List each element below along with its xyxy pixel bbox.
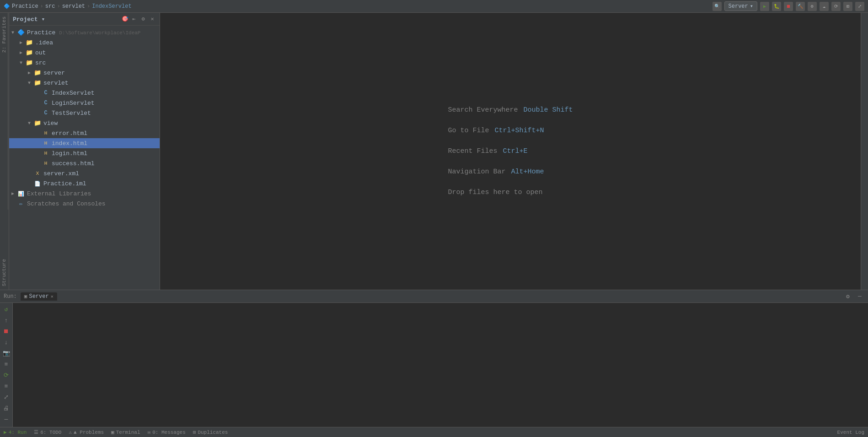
java-indexservlet-icon: C — [42, 89, 49, 97]
favorites-label[interactable]: 2: Favorites — [0, 13, 8, 56]
debug-button[interactable]: 🐛 — [772, 2, 781, 11]
collapse-all-icon[interactable]: ⇤ — [130, 16, 138, 23]
project-panel: Project ▾ 🎯 ⇤ ⚙ ✕ ▼ 🔷 Practice D:\Softwa… — [9, 13, 160, 290]
status-tab-todo[interactable]: ☰ 6: TODO — [34, 429, 61, 435]
tree-item-login-html[interactable]: H login.html — [9, 148, 160, 158]
breadcrumb-practice[interactable]: Practice — [12, 3, 38, 10]
scratches-icon: ✏ — [17, 200, 25, 207]
git-icon[interactable]: ☁ — [820, 2, 829, 11]
sidebar-item-structure[interactable]: Structure — [0, 255, 9, 290]
trash-icon[interactable]: — — [2, 415, 11, 424]
bottom-status-bar: ▶ 4: Run ☰ 6: TODO ⚠ ▲ Problems ▣ Termin… — [0, 427, 868, 437]
tree-item-practice-iml[interactable]: 📄 Practice.iml — [9, 178, 160, 189]
tree-item-indexservlet[interactable]: C IndexServlet — [9, 88, 160, 98]
tree-item-server-folder[interactable]: ▶ 📁 server — [9, 68, 160, 78]
run-minimize-icon[interactable]: — — [855, 292, 864, 301]
rerun-icon[interactable]: ↺ — [2, 305, 11, 314]
tree-item-src[interactable]: ▼ 📁 src — [9, 58, 160, 68]
stop-run-icon[interactable]: ⏹ — [2, 327, 11, 336]
right-strip — [861, 13, 868, 290]
status-tab-run[interactable]: ▶ 4: Run — [4, 429, 27, 435]
breadcrumb-servlet[interactable]: servlet — [62, 3, 85, 10]
hint-search-everywhere: Search Everywhere Double Shift — [448, 106, 573, 114]
hint-key-goto: Ctrl+Shift+N — [494, 127, 544, 135]
iml-practice-icon: 📄 — [34, 180, 41, 187]
tree-label-external-libs: External Libraries — [27, 190, 91, 197]
arrow-external-libs: ▶ — [9, 191, 16, 196]
run-settings-icon[interactable]: ⚙ — [843, 292, 852, 301]
hint-key-recent: Ctrl+E — [503, 147, 528, 155]
server-tab-close-icon[interactable]: ✕ — [51, 294, 54, 299]
tree-label-out: out — [35, 49, 46, 56]
html-success-icon: H — [42, 160, 49, 167]
status-tab-duplicates[interactable]: ⊞ Duplicates — [193, 429, 228, 435]
tree-item-index-html[interactable]: H index.html — [9, 138, 160, 148]
tree-item-success-html[interactable]: H success.html — [9, 158, 160, 168]
breadcrumb-icon: 🔷 — [4, 3, 10, 9]
arrow-server-folder: ▶ — [26, 70, 33, 76]
run-button[interactable]: ▶ — [760, 2, 769, 11]
project-settings-icon[interactable]: ⚙ — [139, 16, 147, 23]
status-tab-messages[interactable]: ✉ 0: Messages — [148, 429, 186, 435]
tree-label-success-html: success.html — [52, 160, 95, 167]
terminal-tab-label: Terminal — [116, 430, 140, 435]
run-content: ↺ ↑ ⏹ ↓ 📷 ≡ ⟳ ≡ ⤢ 🖨 — — [0, 303, 868, 427]
messages-tab-label: 0: Messages — [152, 430, 186, 435]
search-icon[interactable]: 🔍 — [713, 2, 722, 11]
messages-tab-icon: ✉ — [148, 429, 151, 435]
build-icon[interactable]: 🔨 — [796, 2, 805, 11]
tree-item-error-html[interactable]: H error.html — [9, 128, 160, 138]
run-tab-icon: ▶ — [4, 429, 7, 435]
left-side-strip: 2: Favorites — [0, 13, 8, 210]
locate-icon[interactable]: 🎯 — [121, 16, 129, 23]
folder-servlet-icon: 📁 — [34, 79, 41, 86]
refresh-icon[interactable]: ⟳ — [2, 371, 11, 380]
status-tab-terminal[interactable]: ▣ Terminal — [111, 429, 140, 435]
hint-go-to-file: Go to File Ctrl+Shift+N — [448, 127, 573, 135]
tree-item-scratches[interactable]: ✏ Scratches and Consoles — [9, 199, 160, 209]
fold-icon[interactable]: ≡ — [2, 360, 11, 369]
tree-label-login-html: login.html — [52, 150, 87, 157]
snapshot-icon[interactable]: 📷 — [2, 349, 11, 358]
tree-item-practice[interactable]: ▼ 🔷 Practice D:\Software\Workplace\IdeaP — [9, 27, 160, 38]
update-icon[interactable]: ⟳ — [831, 2, 841, 11]
settings-gear-icon[interactable]: ⚙ — [808, 2, 817, 11]
tree-label-practice-iml: Practice.iml — [43, 180, 86, 187]
tree-item-server-xml[interactable]: X server.xml — [9, 168, 160, 178]
file-tree: ▼ 🔷 Practice D:\Software\Workplace\IdeaP… — [9, 26, 160, 290]
maximize-icon[interactable]: ⤢ — [855, 2, 864, 11]
tree-item-external-libs[interactable]: ▶ 📊 External Libraries — [9, 189, 160, 199]
tree-item-testservlet[interactable]: C TestServlet — [9, 108, 160, 118]
down-icon[interactable]: ↓ — [2, 338, 11, 347]
tree-label-src: src — [35, 59, 46, 66]
tree-item-out[interactable]: ▶ 📁 out — [9, 48, 160, 58]
expand-icon[interactable]: ⤢ — [2, 393, 11, 402]
tree-label-error-html: error.html — [52, 130, 87, 137]
hint-key-navbar: Alt+Home — [511, 168, 544, 176]
arrow-servlet-folder: ▼ — [26, 81, 33, 86]
breadcrumb-src[interactable]: src — [45, 3, 55, 10]
print-icon[interactable]: 🖨 — [2, 404, 11, 413]
status-tab-problems[interactable]: ⚠ ▲ Problems — [69, 429, 104, 435]
tree-item-idea[interactable]: ▶ 📁 .idea — [9, 38, 160, 48]
bottom-panel: Run: ▣ Server ✕ ⚙ — ↺ ↑ ⏹ ↓ 📷 ≡ ⟳ ≡ ⤢ 🖨 … — [0, 290, 868, 427]
arrow-out: ▶ — [17, 50, 25, 55]
hint-recent-files: Recent Files Ctrl+E — [448, 147, 573, 155]
breadcrumb-indexservlet[interactable]: IndexServlet — [92, 3, 131, 10]
top-bar: 🔷 Practice › src › servlet › IndexServle… — [0, 0, 868, 13]
filter-icon[interactable]: ≡ — [2, 382, 11, 391]
run-server-tab[interactable]: ▣ Server ✕ — [21, 292, 57, 301]
java-testservlet-icon: C — [42, 109, 49, 117]
panel-close-icon[interactable]: ✕ — [149, 16, 156, 23]
layout-icon[interactable]: ⊞ — [843, 2, 852, 11]
tree-item-servlet-folder[interactable]: ▼ 📁 servlet — [9, 78, 160, 88]
extlibs-icon: 📊 — [17, 190, 25, 197]
server-dropdown[interactable]: Server ▾ — [724, 1, 757, 11]
up-icon[interactable]: ↑ — [2, 316, 11, 325]
dropdown-arrow-icon: ▾ — [750, 3, 753, 10]
hint-key-search: Double Shift — [524, 106, 573, 114]
stop-button[interactable]: ⏹ — [784, 2, 793, 11]
tree-item-loginservlet[interactable]: C LoginServlet — [9, 98, 160, 108]
tree-label-index-html: index.html — [52, 140, 87, 147]
tree-item-view-folder[interactable]: ▼ 📁 view — [9, 118, 160, 128]
